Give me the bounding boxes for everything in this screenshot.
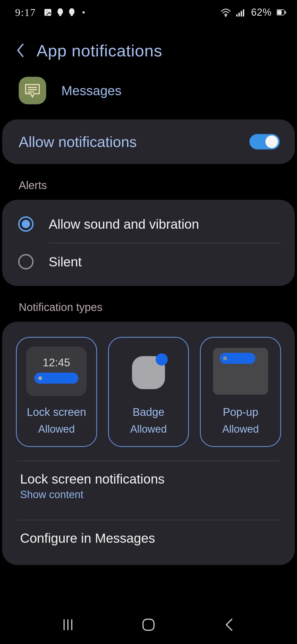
- alert-silent-row[interactable]: Silent: [2, 243, 295, 280]
- svg-point-7: [225, 15, 226, 16]
- svg-rect-8: [236, 14, 238, 17]
- lockscreen-bar-icon: [34, 373, 78, 384]
- app-row: Messages: [0, 74, 297, 119]
- battery-percent: 62%: [251, 7, 272, 18]
- svg-rect-3: [59, 14, 61, 16]
- back-icon[interactable]: [15, 42, 26, 60]
- svg-rect-14: [285, 11, 286, 14]
- svg-point-2: [57, 8, 63, 15]
- popup-preview-icon: [210, 346, 271, 396]
- allow-notifications-toggle[interactable]: [249, 134, 280, 149]
- allow-notifications-row[interactable]: Allow notifications: [2, 119, 295, 164]
- type-badge-title: Badge: [133, 406, 164, 418]
- lockscreen-preview-icon: 12:45: [26, 346, 87, 396]
- svg-point-4: [69, 8, 75, 15]
- header: App notifications: [0, 25, 297, 74]
- status-time: 9:17: [15, 6, 36, 18]
- radio-selected-icon[interactable]: [18, 216, 34, 232]
- lock-screen-notifications-row[interactable]: Lock screen notifications Show content: [2, 461, 295, 512]
- messages-app-icon: [19, 77, 46, 104]
- gallery-icon: [44, 8, 52, 17]
- alert-silent-label: Silent: [49, 254, 82, 269]
- svg-rect-5: [71, 14, 73, 16]
- svg-rect-0: [45, 9, 51, 16]
- svg-rect-21: [143, 619, 154, 630]
- allow-notifications-label: Allow notifications: [19, 133, 137, 150]
- home-button[interactable]: [136, 615, 161, 634]
- type-lockscreen[interactable]: 12:45 Lock screen Allowed: [16, 337, 97, 447]
- types-panel: 12:45 Lock screen Allowed Badge Allowed: [2, 322, 295, 565]
- type-popup-status: Allowed: [222, 423, 259, 435]
- alerts-section-label: Alerts: [0, 164, 297, 200]
- svg-rect-9: [238, 13, 240, 17]
- page-title: App notifications: [37, 41, 162, 60]
- type-lockscreen-title: Lock screen: [27, 406, 86, 418]
- dot-icon: [82, 11, 85, 14]
- alert-sound-label: Allow sound and vibration: [49, 217, 199, 232]
- status-right: 62%: [220, 7, 286, 18]
- svg-rect-10: [241, 11, 242, 17]
- battery-icon: [277, 9, 286, 15]
- type-popup-title: Pop-up: [223, 406, 258, 418]
- type-popup[interactable]: Pop-up Allowed: [200, 337, 281, 447]
- navigation-bar: [0, 605, 297, 644]
- radio-unselected-icon[interactable]: [18, 254, 34, 269]
- bulb-icon: [68, 8, 75, 17]
- types-section-label: Notification types: [0, 286, 297, 322]
- configure-in-messages-row[interactable]: Configure in Messages: [2, 520, 295, 557]
- alert-sound-row[interactable]: Allow sound and vibration: [2, 205, 295, 243]
- configure-in-messages-title: Configure in Messages: [20, 531, 278, 546]
- svg-rect-13: [277, 10, 282, 15]
- badge-preview-icon: [118, 346, 179, 396]
- lock-screen-notifications-sub: Show content: [20, 489, 278, 501]
- lockscreen-time: 12:45: [43, 356, 70, 369]
- lock-screen-notifications-title: Lock screen notifications: [20, 471, 278, 487]
- back-button[interactable]: [217, 615, 241, 634]
- wifi-icon: [220, 8, 231, 17]
- recents-button[interactable]: [56, 615, 80, 634]
- svg-point-1: [46, 11, 47, 12]
- signal-icon: [236, 8, 246, 17]
- app-name: Messages: [61, 83, 122, 98]
- svg-rect-11: [243, 9, 244, 17]
- status-bar: 9:17 62%: [0, 0, 297, 25]
- alerts-panel: Allow sound and vibration Silent: [2, 200, 295, 286]
- type-lockscreen-status: Allowed: [38, 423, 75, 435]
- status-left: 9:17: [15, 6, 85, 18]
- type-badge[interactable]: Badge Allowed: [108, 337, 189, 447]
- bulb-icon: [57, 8, 64, 17]
- type-badge-status: Allowed: [130, 423, 167, 435]
- svg-point-6: [82, 11, 85, 13]
- types-cards: 12:45 Lock screen Allowed Badge Allowed: [2, 322, 295, 452]
